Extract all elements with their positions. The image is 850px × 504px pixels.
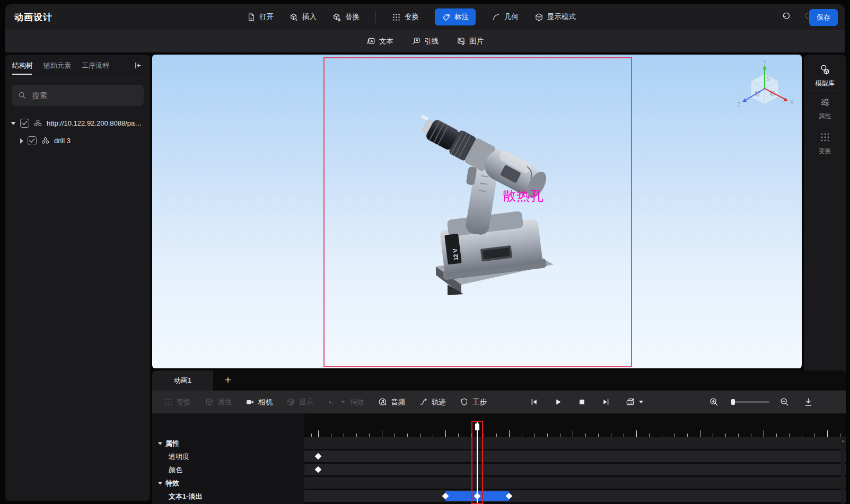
track-lane-color[interactable] xyxy=(304,464,846,475)
assembly-icon xyxy=(33,119,42,128)
structure-sidebar: 结构树 辅助元素 工序流程 http://10.122.92.200:8088/… xyxy=(5,55,150,501)
row-color[interactable]: 颜色 xyxy=(169,465,182,475)
track-curve-icon xyxy=(419,397,428,406)
audio-icon xyxy=(378,397,387,406)
save-button[interactable]: 保存 xyxy=(809,9,838,26)
leader-line-icon: A xyxy=(411,37,420,46)
replace-cube-icon xyxy=(332,13,341,22)
search-input[interactable] xyxy=(31,91,134,100)
insert-button[interactable]: 插入 xyxy=(290,12,317,22)
collapsed-arrow-icon[interactable] xyxy=(20,138,23,144)
tree-node-drill3[interactable]: drill 3 xyxy=(20,136,71,145)
display-cube-icon xyxy=(286,397,295,406)
group-expand-icon[interactable] xyxy=(158,443,162,445)
annotate-button[interactable]: 标注 xyxy=(435,8,476,25)
track-lane-opacity[interactable] xyxy=(304,450,846,462)
active-tab-underline xyxy=(12,74,32,75)
expand-arrow-icon[interactable] xyxy=(11,122,16,125)
sidebar-item-properties[interactable]: 属性 xyxy=(804,97,846,121)
effects-dropdown-caret xyxy=(341,401,345,403)
orientation-gizmo[interactable]: 上 前 右 Y Z X xyxy=(734,60,798,118)
playhead-line[interactable] xyxy=(477,422,478,503)
sidebar-item-model-library[interactable]: 模型库 xyxy=(804,64,846,88)
node-checkbox[interactable] xyxy=(20,119,29,128)
playback-speed-button[interactable]: 正常 xyxy=(625,397,643,406)
annotation-toolbar: A 文本 A 引线 图片 xyxy=(5,30,845,52)
search-box[interactable] xyxy=(12,85,144,106)
collapse-left-icon[interactable] xyxy=(134,61,143,70)
ruler-major-ticks xyxy=(304,430,846,438)
timeline-display-button[interactable]: 显示 xyxy=(286,397,313,407)
transform-grid-icon xyxy=(392,13,401,22)
image-annotation-button[interactable]: 图片 xyxy=(457,37,484,46)
model-library-icon xyxy=(820,64,830,75)
gizmo-axis-z: Z xyxy=(737,102,740,108)
geometry-button[interactable]: 几何 xyxy=(492,12,519,22)
speed-dropdown-caret xyxy=(639,401,643,403)
timeline-properties-button[interactable]: 属性 xyxy=(205,397,232,407)
group-lane-properties xyxy=(304,437,846,449)
timeline-effects-button[interactable]: 特效 xyxy=(327,397,364,407)
assembly-icon xyxy=(41,136,50,145)
track-lane-text1-fadeout[interactable] xyxy=(304,490,846,502)
timeline-toolbar: 变换 属性 相机 显示 xyxy=(152,391,846,413)
tab-process-flow[interactable]: 工序流程 xyxy=(82,61,109,70)
animation-tab[interactable]: 动画1 xyxy=(152,370,213,391)
timeline-track-button[interactable]: 轨迹 xyxy=(419,397,446,407)
annotate-tag-icon xyxy=(442,13,451,22)
svg-text:A: A xyxy=(416,38,418,42)
replace-button[interactable]: 替换 xyxy=(332,12,360,22)
tab-auxiliary-elements[interactable]: 辅助元素 xyxy=(43,61,71,70)
row-group-properties[interactable]: 属性 xyxy=(157,439,179,448)
transform-grid-icon xyxy=(820,132,830,143)
tree-node-package[interactable]: http://10.122.92.200:8088/pack… xyxy=(11,119,147,128)
geometry-arc-icon xyxy=(492,13,501,22)
timeline-ruler[interactable]: 0 1 2 3 4 5 6 7 8 xyxy=(304,413,846,438)
viewport-3d[interactable]: 12 V 散热孔 xyxy=(152,55,802,368)
search-icon xyxy=(18,91,27,100)
sidebar-item-transform[interactable]: 变换 xyxy=(804,132,846,156)
leader-annotation-button[interactable]: A 引线 xyxy=(411,37,439,46)
row-group-effects[interactable]: 特效 xyxy=(157,479,179,488)
row-text1-fadeout[interactable]: 文本1-淡出 xyxy=(169,492,203,501)
insert-cube-icon xyxy=(290,13,299,22)
tree-node-label: drill 3 xyxy=(54,137,71,145)
timeline-panel: 动画1 + 变换 属性 相机 xyxy=(152,370,846,504)
playhead-selection-box[interactable] xyxy=(471,421,483,504)
text-annotation-button[interactable]: A 文本 xyxy=(366,37,393,46)
zoom-slider-handle[interactable] xyxy=(731,399,735,405)
app-title: 动画设计 xyxy=(14,11,52,23)
tab-structure-tree[interactable]: 结构树 xyxy=(12,61,33,70)
cube-icon xyxy=(205,397,214,406)
play-icon[interactable] xyxy=(554,397,563,406)
group-lane-effects xyxy=(304,477,846,489)
timeline-camera-button[interactable]: 相机 xyxy=(246,397,273,407)
timeline-transform-button[interactable]: 变换 xyxy=(164,397,191,407)
timeline-scrollbar[interactable] xyxy=(841,438,845,504)
timeline-step-button[interactable]: 工步 xyxy=(460,397,487,407)
transform-button[interactable]: 变换 xyxy=(392,12,419,22)
group-expand-icon[interactable] xyxy=(158,482,162,485)
stop-icon[interactable] xyxy=(577,397,586,406)
open-button[interactable]: 打开 xyxy=(247,12,274,22)
gizmo-axis-y: Y xyxy=(763,60,767,65)
playhead-handle[interactable] xyxy=(475,423,479,430)
gizmo-axis-x: X xyxy=(790,100,794,105)
timeline-zoom-slider[interactable] xyxy=(731,401,769,403)
node-checkbox[interactable] xyxy=(28,136,37,145)
export-icon[interactable] xyxy=(803,397,813,407)
text-annotation-icon: A xyxy=(366,37,375,46)
timeline-audio-button[interactable]: 音频 xyxy=(378,397,405,407)
annotation-text[interactable]: 散热孔 xyxy=(503,187,544,205)
transform-grid-icon xyxy=(164,397,173,406)
undo-icon[interactable] xyxy=(781,12,791,22)
speed-loop-icon: 正常 xyxy=(625,397,637,406)
next-frame-icon[interactable] xyxy=(601,397,610,406)
display-mode-cube-icon xyxy=(534,13,544,22)
row-opacity[interactable]: 透明度 xyxy=(169,452,189,462)
add-animation-tab-button[interactable]: + xyxy=(220,373,236,388)
prev-frame-icon[interactable] xyxy=(530,397,539,406)
display-mode-button[interactable]: 显示模式 xyxy=(534,12,576,22)
zoom-in-icon[interactable] xyxy=(709,397,719,407)
zoom-out-icon[interactable] xyxy=(779,397,790,407)
